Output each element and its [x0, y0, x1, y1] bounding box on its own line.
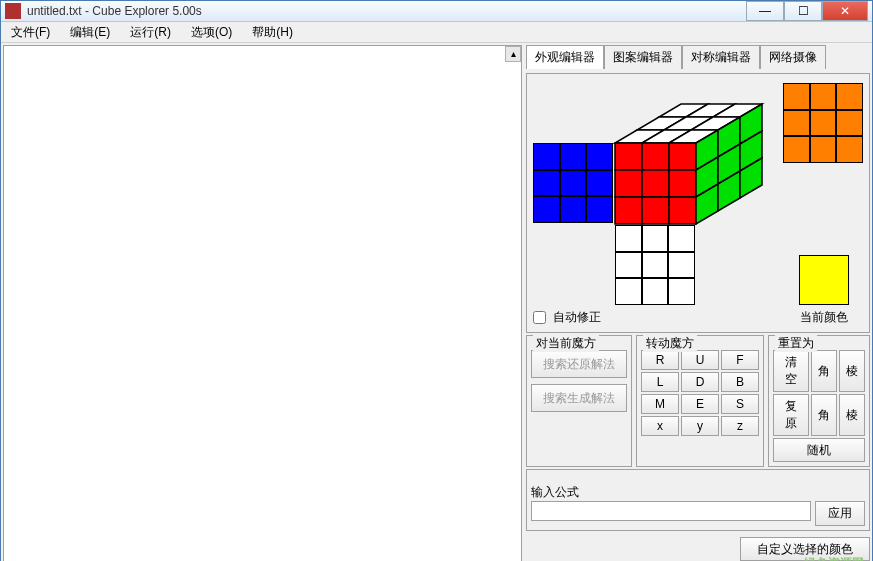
face-left[interactable] [533, 143, 613, 223]
current-color-label: 当前颜色 [799, 309, 849, 326]
formula-input[interactable] [531, 501, 811, 521]
turn-S-button[interactable]: S [721, 394, 759, 414]
svg-marker-14 [669, 170, 696, 197]
tab-pattern[interactable]: 图案编辑器 [604, 45, 682, 69]
app-icon [5, 3, 21, 19]
reset-corner-button-1[interactable]: 角 [811, 350, 837, 392]
menu-file[interactable]: 文件(F) [5, 22, 56, 43]
group-turn-legend: 转动魔方 [643, 335, 697, 352]
reset-edge-button-2[interactable]: 棱 [839, 394, 865, 436]
turn-U-button[interactable]: U [681, 350, 719, 370]
tab-symmetry[interactable]: 对称编辑器 [682, 45, 760, 69]
turn-y-button[interactable]: y [681, 416, 719, 436]
text-editor-pane[interactable]: ▴ ◂ ▸ [3, 45, 522, 561]
turn-D-button[interactable]: D [681, 372, 719, 392]
svg-marker-11 [669, 143, 696, 170]
search-restore-button[interactable]: 搜索还原解法 [531, 350, 627, 378]
reset-restore-button[interactable]: 复原 [773, 394, 809, 436]
turn-L-button[interactable]: L [641, 372, 679, 392]
face-down[interactable] [615, 225, 695, 305]
menu-run[interactable]: 运行(R) [124, 22, 177, 43]
reset-corner-button-2[interactable]: 角 [811, 394, 837, 436]
turn-x-button[interactable]: x [641, 416, 679, 436]
reset-random-button[interactable]: 随机 [773, 438, 865, 462]
reset-clear-button[interactable]: 清空 [773, 350, 809, 392]
turn-B-button[interactable]: B [721, 372, 759, 392]
tab-appearance[interactable]: 外观编辑器 [526, 45, 604, 69]
menu-options[interactable]: 选项(O) [185, 22, 238, 43]
svg-marker-17 [669, 197, 696, 224]
svg-marker-13 [642, 170, 669, 197]
face-back[interactable] [783, 83, 863, 163]
tab-webcam[interactable]: 网络摄像 [760, 45, 826, 69]
turn-R-button[interactable]: R [641, 350, 679, 370]
maximize-button[interactable]: ☐ [784, 1, 822, 21]
turn-M-button[interactable]: M [641, 394, 679, 414]
close-button[interactable]: ✕ [822, 1, 868, 21]
window-title: untitled.txt - Cube Explorer 5.00s [27, 4, 746, 18]
search-generate-button[interactable]: 搜索生成解法 [531, 384, 627, 412]
scroll-up-button[interactable]: ▴ [505, 46, 521, 62]
svg-marker-9 [615, 143, 642, 170]
group-reset-legend: 重置为 [775, 335, 817, 352]
turn-z-button[interactable]: z [721, 416, 759, 436]
formula-apply-button[interactable]: 应用 [815, 501, 865, 526]
titlebar: untitled.txt - Cube Explorer 5.00s — ☐ ✕ [1, 1, 872, 22]
menubar: 文件(F) 编辑(E) 运行(R) 选项(O) 帮助(H) [1, 22, 872, 43]
menu-edit[interactable]: 编辑(E) [64, 22, 116, 43]
svg-marker-15 [615, 197, 642, 224]
svg-marker-12 [615, 170, 642, 197]
reset-edge-button-1[interactable]: 棱 [839, 350, 865, 392]
cube-panel: 自动修正 当前颜色 [526, 73, 870, 333]
custom-color-button[interactable]: 自定义选择的颜色 [740, 537, 870, 561]
menu-help[interactable]: 帮助(H) [246, 22, 299, 43]
current-color-swatch[interactable] [799, 255, 849, 305]
minimize-button[interactable]: — [746, 1, 784, 21]
turn-F-button[interactable]: F [721, 350, 759, 370]
group-formula-legend: 输入公式 [531, 485, 579, 499]
tab-row: 外观编辑器 图案编辑器 对称编辑器 网络摄像 [526, 45, 870, 69]
turn-E-button[interactable]: E [681, 394, 719, 414]
auto-fix-checkbox[interactable]: 自动修正 [533, 310, 601, 324]
group-current-legend: 对当前魔方 [533, 335, 599, 352]
svg-marker-16 [642, 197, 669, 224]
face-front[interactable] [615, 143, 696, 224]
svg-marker-10 [642, 143, 669, 170]
